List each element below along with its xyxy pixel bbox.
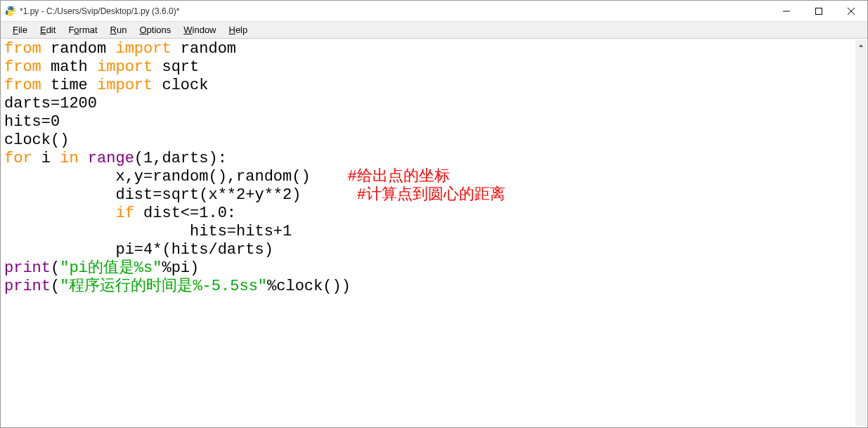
builtin: print — [4, 278, 51, 295]
menu-run[interactable]: Run — [104, 23, 134, 37]
vertical-scrollbar[interactable] — [855, 40, 867, 426]
svg-rect-3 — [816, 8, 822, 15]
app-icon — [5, 6, 16, 17]
minimize-button[interactable] — [770, 1, 803, 22]
titlebar: *1.py - C:/Users/Svip/Desktop/1.py (3.6.… — [1, 1, 867, 22]
maximize-button[interactable] — [803, 1, 835, 22]
svg-point-1 — [12, 14, 13, 15]
keyword: if — [115, 205, 134, 222]
menu-edit[interactable]: Edit — [34, 23, 62, 37]
close-button[interactable] — [835, 1, 867, 22]
menu-file[interactable]: File — [6, 23, 34, 37]
window-controls — [770, 1, 867, 21]
code-editor[interactable]: from random import random from math impo… — [4, 40, 855, 427]
keyword: from — [4, 40, 41, 58]
builtin: print — [4, 259, 51, 277]
keyword: from — [4, 58, 41, 76]
string: "程序运行的时间是%-5.5ss" — [60, 278, 267, 295]
menu-window[interactable]: Window — [177, 23, 222, 37]
keyword: import — [115, 40, 171, 58]
keyword: import — [97, 77, 153, 94]
keyword: for — [4, 150, 32, 167]
builtin: range — [88, 150, 134, 167]
keyword: from — [4, 77, 41, 94]
comment: #计算点到圆心的距离 — [357, 186, 505, 204]
menu-format[interactable]: Format — [62, 23, 103, 37]
editor-area: from random import random from math impo… — [1, 39, 867, 427]
svg-point-0 — [8, 7, 10, 8]
comment: #给出点的坐标 — [347, 168, 449, 186]
menubar: File Edit Format Run Options Window Help — [1, 22, 867, 39]
scroll-up-icon[interactable] — [855, 40, 867, 51]
keyword: import — [97, 58, 153, 76]
menu-options[interactable]: Options — [133, 23, 177, 37]
window-title: *1.py - C:/Users/Svip/Desktop/1.py (3.6.… — [20, 6, 770, 16]
menu-help[interactable]: Help — [223, 23, 254, 37]
string: "pi的值是%s" — [60, 259, 162, 277]
keyword: in — [60, 150, 78, 167]
